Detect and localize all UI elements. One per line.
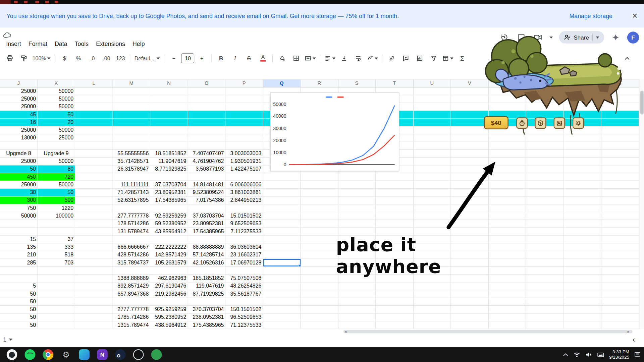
cell-l[interactable] (75, 275, 113, 282)
cell-m[interactable]: 1785.714286 (113, 314, 150, 321)
column-header-z[interactable]: Z (601, 80, 639, 87)
cell-r[interactable] (301, 267, 338, 274)
cell-m[interactable]: 26.31578947 (113, 165, 150, 173)
cell-v[interactable] (451, 95, 488, 103)
menu-format[interactable]: Format (25, 40, 51, 49)
cell-r[interactable] (301, 204, 338, 212)
cell-j[interactable]: 450 (0, 173, 38, 181)
cell-z[interactable] (601, 306, 639, 313)
cell-m[interactable]: 178.5714286 (113, 220, 150, 227)
touch-keyboard-icon[interactable] (597, 352, 604, 357)
currency-format-button[interactable]: $ (58, 53, 71, 64)
cell-q[interactable] (263, 197, 301, 204)
cell-u[interactable] (413, 150, 451, 157)
cell-j[interactable]: 210 (0, 251, 38, 258)
column-header-k[interactable]: K (38, 80, 75, 87)
cell-m[interactable] (113, 126, 150, 134)
insert-comment-icon[interactable] (399, 53, 413, 64)
insert-link-icon[interactable] (385, 53, 398, 64)
cell-k[interactable]: 25000 (38, 134, 75, 141)
column-header-l[interactable]: L (75, 80, 113, 87)
version-history-icon[interactable] (499, 32, 509, 43)
cell-w[interactable] (489, 298, 526, 305)
cell-w[interactable] (489, 282, 526, 290)
cell-n[interactable] (150, 111, 188, 118)
cell-s[interactable] (338, 290, 376, 298)
cell-j[interactable]: 13000 (0, 134, 38, 141)
cell-p[interactable]: 23.16602317 (225, 251, 263, 258)
cell-o[interactable] (188, 119, 225, 126)
cell-y[interactable] (564, 142, 601, 149)
cell-w[interactable] (489, 321, 526, 329)
cell-n[interactable]: 105.2631579 (150, 259, 188, 266)
cell-y[interactable] (564, 321, 601, 329)
cell-w[interactable] (489, 306, 526, 313)
cell-w[interactable] (489, 314, 526, 321)
cell-p[interactable] (225, 142, 263, 149)
menu-data[interactable]: Data (51, 40, 71, 49)
cell-l[interactable] (75, 321, 113, 329)
cell-k[interactable] (38, 298, 75, 305)
cell-u[interactable] (413, 321, 451, 329)
cell-k[interactable] (38, 306, 75, 313)
gemini-sparkle-icon[interactable] (610, 32, 621, 43)
cell-j[interactable]: 50 (0, 165, 38, 173)
decrease-font-size-button[interactable]: − (167, 53, 180, 64)
cell-n[interactable] (150, 119, 188, 126)
cell-v[interactable] (451, 134, 488, 141)
cell-z[interactable] (601, 259, 639, 266)
cell-n[interactable]: 23.80952381 (150, 189, 188, 196)
cell-n[interactable]: 18.51851852 (150, 150, 188, 157)
cell-o[interactable] (188, 204, 225, 212)
cell-x[interactable] (526, 282, 564, 290)
cell-n[interactable] (150, 236, 188, 243)
cell-p[interactable]: 3.003003003 (225, 150, 263, 157)
cell-z[interactable] (601, 220, 639, 227)
cell-x[interactable] (526, 314, 564, 321)
zoom-select[interactable]: 100% (31, 53, 52, 64)
cell-l[interactable] (75, 119, 113, 126)
cell-x[interactable] (526, 103, 564, 110)
column-header-n[interactable]: N (150, 80, 188, 87)
cell-u[interactable] (413, 290, 451, 298)
cell-k[interactable]: 37 (38, 236, 75, 243)
cell-v[interactable] (451, 119, 488, 126)
cell-p[interactable] (225, 119, 263, 126)
cell-r[interactable] (301, 321, 338, 329)
cell-s[interactable] (338, 298, 376, 305)
column-header-q[interactable]: Q (263, 80, 301, 87)
cell-v[interactable] (451, 111, 488, 118)
cell-v[interactable] (451, 126, 488, 134)
cell-p[interactable] (225, 134, 263, 141)
cell-o[interactable]: 7.01754386 (188, 197, 225, 204)
cell-t[interactable] (376, 290, 413, 298)
cell-q[interactable] (263, 173, 301, 181)
embedded-chart[interactable]: 50000400003000020000100000 (270, 93, 399, 171)
cell-l[interactable] (75, 212, 113, 220)
cell-j[interactable] (0, 142, 38, 149)
cell-o[interactable] (188, 173, 225, 181)
cell-m[interactable]: 315.7894737 (113, 259, 150, 266)
cell-y[interactable] (564, 204, 601, 212)
cell-m[interactable] (113, 119, 150, 126)
cell-q[interactable] (263, 189, 301, 196)
cell-v[interactable] (451, 103, 488, 110)
cell-y[interactable] (564, 134, 601, 141)
cell-n[interactable] (150, 134, 188, 141)
column-header-t[interactable]: T (376, 80, 413, 87)
cell-j[interactable]: 50000 (0, 212, 38, 220)
cell-o[interactable]: 4.761904762 (188, 158, 225, 165)
cell-q[interactable] (263, 275, 301, 282)
cell-q[interactable] (263, 290, 301, 298)
cell-y[interactable] (564, 189, 601, 196)
cell-z[interactable] (601, 158, 639, 165)
cell-o[interactable] (188, 134, 225, 141)
cell-z[interactable] (601, 189, 639, 196)
cell-p[interactable] (225, 298, 263, 305)
cell-k[interactable]: 100000 (38, 212, 75, 220)
italic-button[interactable]: I (228, 53, 241, 64)
cell-v[interactable] (451, 142, 488, 149)
cell-k[interactable]: 80 (38, 165, 75, 173)
cell-k[interactable]: 50000 (38, 87, 75, 95)
cell-k[interactable] (38, 314, 75, 321)
